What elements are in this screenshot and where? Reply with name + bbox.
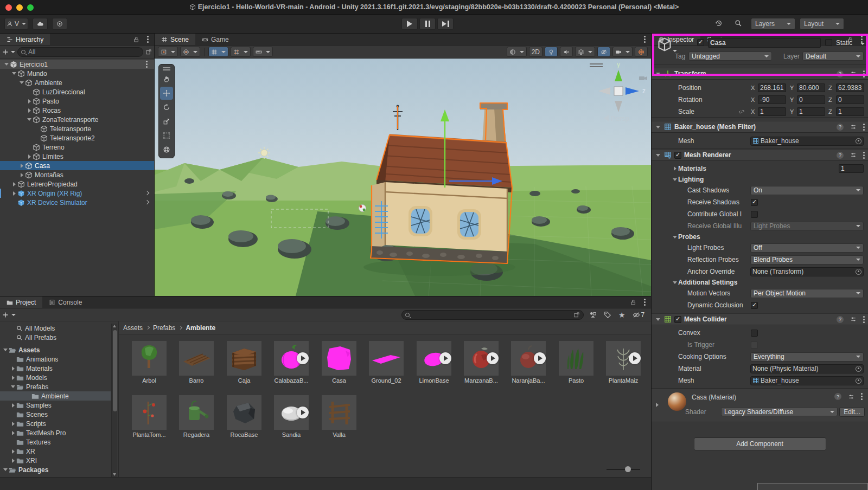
active-checkbox[interactable]	[697, 39, 704, 46]
asset-regadera[interactable]: Regadera	[174, 395, 219, 438]
draw-mode-dropdown[interactable]	[507, 47, 527, 57]
help-icon[interactable]: ?	[837, 152, 844, 159]
rotation-y-field[interactable]: 0	[797, 95, 825, 104]
asset-ground02[interactable]: Ground_02	[363, 341, 409, 384]
scene-menu-button[interactable]	[644, 38, 646, 40]
hierarchy-item-limites[interactable]: Límites	[0, 152, 154, 161]
gameobject-name-field[interactable]: Casa	[708, 38, 821, 48]
prefab-open-chevron[interactable]	[145, 200, 149, 204]
motion-vectors-dropdown[interactable]: Per Object Motion	[750, 289, 864, 298]
prefab-play-badge[interactable]	[439, 352, 451, 364]
asset-manzanab[interactable]: ManzanaB...	[458, 341, 504, 384]
gizmo-center-cube[interactable]	[614, 87, 623, 95]
presets-icon[interactable]	[850, 124, 857, 130]
hierarchy-menu-button[interactable]	[147, 38, 149, 40]
hierarchy-item-teletransporte[interactable]: Teletransporte	[0, 124, 154, 133]
foldout-icon[interactable]	[10, 385, 16, 388]
foldout-icon[interactable]	[11, 191, 17, 196]
layer-dropdown[interactable]: Default	[802, 51, 864, 61]
foldout-icon[interactable]	[672, 166, 678, 171]
gizmos-toggle[interactable]	[635, 47, 648, 57]
link-broken-icon[interactable]	[738, 108, 745, 115]
project-tree-scrollbar[interactable]	[111, 324, 117, 477]
light-probes-dropdown[interactable]: Off	[750, 243, 864, 253]
tab-scene[interactable]: Scene	[155, 34, 195, 45]
scrollbar-thumb[interactable]	[113, 330, 117, 411]
scroll-down-arrow[interactable]	[113, 473, 116, 476]
reflection-probes-dropdown[interactable]: Blend Probes	[750, 255, 864, 265]
static-dropdown-arrow[interactable]	[860, 43, 865, 45]
foldout-icon[interactable]	[10, 403, 16, 408]
hierarchy-item-mundo[interactable]: Mundo	[0, 69, 154, 78]
hierarchy-search-input[interactable]: All	[17, 47, 143, 57]
tree-item-samples[interactable]: Samples	[0, 401, 111, 410]
asset-barro[interactable]: Barro	[174, 341, 219, 384]
object-picker-icon[interactable]	[856, 269, 861, 275]
undo-history-button[interactable]	[715, 20, 723, 29]
asset-naranjaba[interactable]: NaranjaBa...	[506, 341, 551, 384]
foldout-icon[interactable]	[10, 376, 16, 380]
foldout-icon[interactable]	[10, 366, 16, 371]
asset-sandia[interactable]: Sandia	[269, 395, 314, 438]
component-menu-button[interactable]	[861, 396, 863, 397]
foldout-icon[interactable]	[655, 318, 661, 321]
foldout-icon[interactable]	[672, 281, 678, 284]
thumbnail-size-slider[interactable]	[607, 466, 640, 473]
scene-visibility-toggle[interactable]	[597, 47, 610, 57]
global-search-button[interactable]	[735, 20, 742, 29]
tab-game[interactable]: Game	[195, 34, 235, 45]
foldout-icon[interactable]	[10, 449, 16, 454]
scale-y-field[interactable]: 1	[797, 107, 825, 116]
tree-item-materials[interactable]: Materials	[0, 364, 111, 373]
foldout-icon[interactable]	[18, 81, 25, 84]
hierarchy-item-luzdireccional[interactable]: LuzDireccional	[0, 87, 154, 96]
project-search-input[interactable]	[401, 310, 584, 320]
prefab-play-badge[interactable]	[629, 352, 641, 364]
lighting-foldout[interactable]: Lighting	[652, 175, 868, 184]
prefab-play-badge[interactable]	[487, 352, 499, 364]
shader-dropdown[interactable]: Legacy Shaders/Diffuse	[721, 407, 838, 416]
foldout-icon[interactable]	[654, 403, 660, 407]
chevron-down-icon[interactable]	[673, 50, 677, 52]
step-button[interactable]	[437, 18, 454, 30]
physic-material-field[interactable]: None (Physic Material)	[750, 364, 864, 373]
tree-item-all-prefabs[interactable]: All Prefabs	[0, 333, 111, 342]
foldout-icon[interactable]	[672, 236, 678, 238]
move-tool[interactable]	[160, 87, 173, 100]
tree-item-xri[interactable]: XRI	[0, 456, 111, 465]
breadcrumb-ambiente[interactable]: Ambiente	[186, 324, 215, 332]
static-checkbox[interactable]	[825, 39, 832, 46]
pause-button[interactable]	[419, 18, 436, 30]
tree-item-xr[interactable]: XR	[0, 447, 111, 456]
snap-increment-dropdown[interactable]	[253, 47, 273, 57]
tab-hierarchy[interactable]: Hierarchy	[0, 34, 50, 45]
enabled-checkbox[interactable]	[674, 152, 681, 159]
layout-dropdown[interactable]: Layout	[800, 18, 844, 30]
foldout-icon[interactable]	[18, 173, 25, 177]
asset-valla[interactable]: Valla	[316, 395, 362, 438]
scale-z-field[interactable]: 1	[836, 107, 864, 116]
hierarchy-item-teletransporte2[interactable]: Teletransporte2	[0, 133, 154, 143]
help-icon[interactable]: ?	[837, 70, 844, 78]
tab-project[interactable]: Project	[0, 296, 42, 308]
grid-snap-dropdown[interactable]	[231, 47, 251, 57]
cooking-options-dropdown[interactable]: Everything	[750, 352, 864, 362]
help-icon[interactable]: ?	[837, 316, 844, 323]
hierarchy-item-letreropropiedad[interactable]: LetreroPropiedad	[0, 179, 154, 189]
tree-item-assets[interactable]: Assets	[0, 345, 111, 354]
asset-pasto[interactable]: Pasto	[553, 341, 599, 384]
gameobject-cube-icon[interactable]	[657, 37, 672, 52]
hierarchy-item-zonateletransporte[interactable]: ZonaTeletransporte	[0, 115, 154, 124]
mesh-filter-header[interactable]: Baker_house (Mesh Filter) ?	[652, 121, 868, 133]
foldout-icon[interactable]	[655, 154, 661, 157]
camera-settings-dropdown[interactable]	[612, 47, 633, 57]
overlay-grip[interactable]	[163, 67, 170, 70]
position-x-field[interactable]: 268.161	[758, 83, 786, 92]
presets-icon[interactable]	[850, 70, 857, 77]
tree-item-scenes[interactable]: Scenes	[0, 410, 111, 419]
foldout-icon[interactable]	[10, 459, 16, 463]
component-menu-button[interactable]	[863, 126, 865, 128]
convex-checkbox[interactable]	[751, 330, 758, 337]
tree-item-packages[interactable]: Packages	[0, 465, 111, 474]
asset-limonbase[interactable]: LimonBase	[411, 341, 457, 384]
